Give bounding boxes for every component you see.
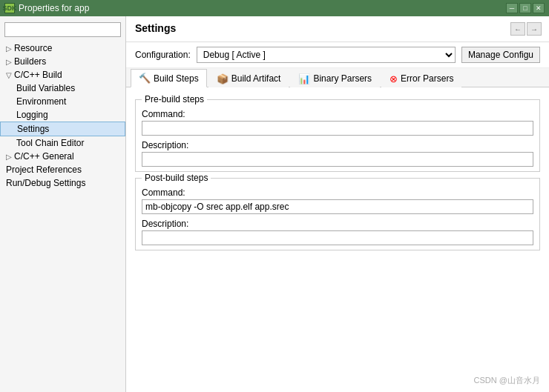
close-button[interactable]: ✕ [533,3,545,13]
prebuild-description-input[interactable] [142,152,533,167]
prebuild-command-label: Command: [142,109,533,119]
prebuild-section: Pre-build steps Command: Description: [135,99,540,172]
tab-build-steps[interactable]: 🔨 Build Steps [131,69,207,87]
tab-build-artifact[interactable]: 📦 Build Artifact [208,69,289,87]
sidebar-item-cpp-build[interactable]: ▽ C/C++ Build [0,68,125,82]
sidebar-search-input[interactable] [4,22,121,37]
content-area: Settings ← → Configuration: Debug [ Acti… [126,16,549,392]
nav-forward-button[interactable]: → [527,22,542,36]
builders-arrow: ▷ [6,58,12,66]
maximize-button[interactable]: □ [519,3,531,13]
titlebar-title: Properties for app [19,3,506,13]
resource-arrow: ▷ [6,44,12,53]
titlebar: SDK Properties for app ─ □ ✕ [0,0,549,16]
sidebar-item-builders[interactable]: ▷ Builders [0,55,125,68]
config-select[interactable]: Debug [ Active ] [197,47,456,63]
tab-error-parsers[interactable]: ⊗ Error Parsers [381,69,461,87]
build-steps-icon: 🔨 [139,73,151,84]
config-row: Configuration: Debug [ Active ] Manage C… [126,42,549,68]
sidebar-item-cpp-general[interactable]: ▷ C/C++ General [0,150,125,163]
manage-config-button[interactable]: Manage Configu [461,47,540,63]
postbuild-section: Post-build steps Command: Description: [135,178,540,250]
prebuild-content: Command: Description: [142,109,533,167]
build-artifact-icon: 📦 [217,73,229,84]
postbuild-command-label: Command: [142,187,533,198]
prebuild-description-label: Description: [142,140,533,150]
sidebar-item-run-debug-settings[interactable]: Run/Debug Settings [0,176,125,190]
titlebar-controls: ─ □ ✕ [506,3,545,13]
error-parsers-icon: ⊗ [389,73,398,84]
postbuild-description-input[interactable] [142,230,533,245]
tabs-row: 🔨 Build Steps 📦 Build Artifact 📊 Binary … [126,68,549,87]
sidebar-item-project-references[interactable]: Project References [0,163,125,176]
prebuild-title: Pre-build steps [142,94,207,104]
sidebar-item-resource[interactable]: ▷ Resource [0,41,125,55]
sidebar-item-tool-chain-editor[interactable]: Tool Chain Editor [0,136,125,150]
main-layout: ▷ Resource ▷ Builders ▽ C/C++ Build Buil… [0,16,549,392]
page-title: Settings [135,22,540,34]
titlebar-icon: SDK [4,3,15,13]
postbuild-title: Post-build steps [142,173,211,183]
config-label: Configuration: [135,50,191,60]
nav-back-button[interactable]: ← [510,22,525,36]
sidebar: ▷ Resource ▷ Builders ▽ C/C++ Build Buil… [0,16,126,392]
tab-binary-parsers[interactable]: 📊 Binary Parsers [290,69,380,87]
postbuild-description-label: Description: [142,219,533,229]
postbuild-content: Command: Description: [142,187,533,245]
prebuild-command-input[interactable] [142,121,533,136]
content-header: Settings ← → [126,16,549,42]
postbuild-command-input[interactable] [142,199,533,214]
binary-parsers-icon: 📊 [298,73,310,84]
sidebar-item-environment[interactable]: Environment [0,95,125,108]
sidebar-item-settings[interactable]: Settings [0,122,125,136]
minimize-button[interactable]: ─ [506,3,518,13]
content-body: Pre-build steps Command: Description: Po… [126,87,549,392]
cpp-general-arrow: ▷ [6,153,12,161]
cpp-build-arrow: ▽ [6,71,12,79]
sidebar-item-build-variables[interactable]: Build Variables [0,82,125,95]
watermark: CSDN @山音水月 [474,375,540,386]
sidebar-item-logging[interactable]: Logging [0,108,125,122]
